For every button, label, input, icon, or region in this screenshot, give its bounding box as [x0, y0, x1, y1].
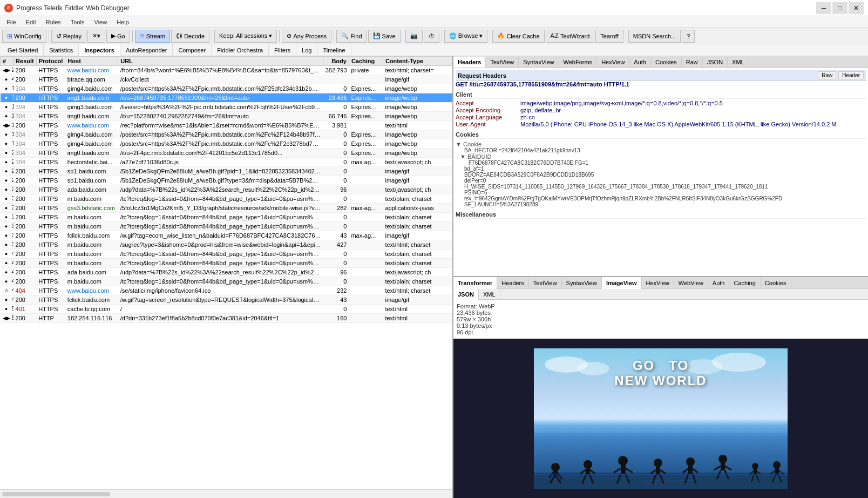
minimize-button[interactable]: ─ [816, 2, 831, 14]
table-row[interactable]: ● 33 200 HTTPS gss3.bdstatic.com /5foUcz… [1, 204, 452, 213]
session-scrollbar[interactable] [0, 489, 452, 498]
table-row[interactable]: ● 27 200 HTTPS ada.baidu.com /udp?data=%… [1, 185, 452, 194]
tab-statistics[interactable]: Statistics [44, 44, 79, 56]
winconfig-button[interactable]: ⊞ WinConfig [2, 30, 46, 43]
table-row[interactable]: ⚠ 45 404 HTTPS www.baidu.com /se/static/… [1, 286, 452, 295]
table-row[interactable]: ● 16 304 HTTPS img0.baidu.com /it/u=1522… [1, 112, 452, 121]
tab-fiddler-orchestra[interactable]: Fiddler Orchestra [212, 44, 269, 56]
col-header-caching[interactable]: Caching [349, 57, 383, 66]
maximize-button[interactable]: □ [832, 2, 847, 14]
table-row[interactable]: ◀▶ 17 200 HTTPS www.baidu.com /rec?platf… [1, 121, 452, 130]
table-row[interactable]: ● 15 304 HTTPS gimg3.baidu.com /live/src… [1, 103, 452, 112]
table-row[interactable]: ● 37 200 HTTPS fclick.baidu.com /w.gif?t… [1, 231, 452, 240]
tab-autoresponder[interactable]: AutoResponder [120, 44, 173, 56]
browse-button[interactable]: 🌐 Browse ▾ [444, 30, 488, 43]
trans-tab-syntaxview[interactable]: SyntaxView [562, 277, 602, 289]
trans-tab-imageview[interactable]: ImageView [602, 277, 642, 289]
msdn-search-button[interactable]: MSDN Search... [628, 30, 681, 43]
table-row[interactable]: ● 40 200 HTTPS m.baidu.com /tc?tcreq&log… [1, 250, 452, 259]
ins-top-tab-xml[interactable]: XML [728, 57, 749, 68]
text-wizard-button[interactable]: Aℤ TextWizard [546, 30, 595, 43]
table-row[interactable]: ● 46 200 HTTPS fclick.baidu.com /w.gif?t… [1, 295, 452, 305]
trans-tab-webview[interactable]: WebView [674, 277, 708, 289]
tab-get-started[interactable]: Get Started [2, 44, 44, 56]
stream-button[interactable]: ≋ Stream [135, 30, 170, 43]
table-row[interactable]: ● 13 304 HTTPS gimg4.baidu.com /poster/s… [1, 84, 452, 93]
ins-top-tab-raw[interactable]: Raw [682, 57, 703, 68]
timer-button[interactable]: ⏱ [424, 30, 439, 43]
ins-top-tab-json[interactable]: JSON [703, 57, 728, 68]
keep-sessions-button[interactable]: Keep: All sessions ▾ [214, 30, 277, 43]
help-button[interactable]: ? [682, 30, 695, 43]
col-header-ctype[interactable]: Content-Type [383, 57, 452, 66]
table-row[interactable]: ● 32 200 HTTPS m.baidu.com /tc?tcreq&log… [1, 194, 452, 204]
menu-edit[interactable]: Edit [22, 18, 40, 26]
table-row[interactable]: ● 18 304 HTTPS gimg4.baidu.com /poster/s… [1, 130, 452, 139]
screenshot-button[interactable]: 📷 [405, 30, 423, 43]
menu-view[interactable]: View [90, 18, 112, 26]
find-button[interactable]: 🔍 Find [336, 30, 367, 43]
ins-top-tab-webforms[interactable]: WebForms [559, 57, 598, 68]
clear-cache-button[interactable]: 🔥 Clear Cache [492, 30, 544, 43]
header-button[interactable]: Header [838, 71, 864, 79]
tab-inspectors[interactable]: Inspectors [79, 44, 120, 56]
table-row[interactable]: ◀▶ 2 200 HTTPS www.baidu.com /from=844b/… [1, 66, 452, 75]
col-header-result[interactable]: Result [13, 57, 37, 66]
raw-button[interactable]: Raw [818, 71, 836, 79]
trans-tab-textview[interactable]: TextView [529, 277, 562, 289]
ins-top-tab-headers[interactable]: Headers [453, 57, 486, 68]
table-row[interactable]: ● 44 200 HTTPS m.baidu.com /tc?tcreq&log… [1, 277, 452, 286]
tab-log[interactable]: Log [296, 44, 317, 56]
menu-tools[interactable]: Tools [66, 18, 89, 26]
tab-filters[interactable]: Filters [269, 44, 296, 56]
session-table[interactable]: # Result Protocol Host URL Body Caching … [0, 56, 452, 489]
ins-top-tab-textview[interactable]: TextView [486, 57, 519, 68]
baiduid-expand[interactable]: ▼ BAIDUID [460, 153, 866, 160]
table-row[interactable]: ● 43 200 HTTPS ada.baidu.com /udp?data=%… [1, 268, 452, 277]
col-header-num[interactable]: # [1, 57, 13, 66]
table-row[interactable]: ● 14 200 HTTPS img1.baidu.com /it/u=2687… [1, 93, 452, 103]
table-row[interactable]: ● 4 200 HTTPS btrace.qq.com /ckvCollect … [1, 75, 452, 84]
trans-tab-hexview[interactable]: HexView [642, 277, 674, 289]
table-row[interactable]: ● 35 200 HTTPS m.baidu.com /tc?tcreq&log… [1, 213, 452, 222]
tearoff-button[interactable]: Tearoff [595, 30, 623, 43]
col-header-url[interactable]: URL [118, 57, 323, 66]
table-row[interactable]: ● 26 200 HTTPS sp1.baidu.com /5b1ZeDeSkg… [1, 176, 452, 185]
col-header-protocol[interactable]: Protocol [36, 57, 65, 66]
ins-top-tab-cookies[interactable]: Cookies [651, 57, 682, 68]
x-dropdown-button[interactable]: ✕▾ [87, 30, 105, 43]
menu-rules[interactable]: Rules [42, 18, 65, 26]
table-row[interactable]: ● 41 200 HTTPS m.baidu.com /tc?tcreq&log… [1, 259, 452, 268]
table-row[interactable]: ● 19 304 HTTPS gimg4.baidu.com /poster/s… [1, 139, 452, 149]
ins-top-tab-auth[interactable]: Auth [629, 57, 651, 68]
ins-top-tab-syntaxview[interactable]: SyntaxView [519, 57, 559, 68]
tab-composer[interactable]: Composer [173, 44, 212, 56]
close-button[interactable]: ✕ [849, 2, 864, 14]
table-row[interactable]: ● 21 304 HTTPS hectorstatic.bai... /a27e… [1, 158, 452, 167]
go-button[interactable]: ▶ Go [106, 30, 130, 43]
trans-tab-headers[interactable]: Headers [497, 277, 529, 289]
replay-button[interactable]: ↺ Replay [51, 30, 86, 43]
col-header-body[interactable]: Body [323, 57, 349, 66]
menu-file[interactable]: File [2, 18, 21, 26]
table-row[interactable]: ● 39 200 HTTPS m.baidu.com /sugrec?type=… [1, 240, 452, 250]
tab-timeline[interactable]: Timeline [317, 44, 351, 56]
fmt-tab-xml[interactable]: XML [479, 289, 500, 300]
trans-tab-transformer[interactable]: Transformer [453, 277, 497, 289]
ins-top-tab-hexview[interactable]: HexView [597, 57, 629, 68]
any-process-button[interactable]: ⊕ Any Process [282, 30, 331, 43]
table-row[interactable]: ● 25 200 HTTPS sp1.baidu.com /5b1ZeDeSkg… [1, 167, 452, 176]
table-row[interactable]: ● 50 401 HTTPS cache.tv.qq.com / 0 text/… [1, 305, 452, 314]
trans-tab-caching[interactable]: Caching [729, 277, 760, 289]
table-row[interactable]: ● 36 200 HTTPS m.baidu.com /tc?tcreq&log… [1, 222, 452, 231]
decode-button[interactable]: ⟪⟫ Decode [171, 30, 209, 43]
fmt-tab-json[interactable]: JSON [453, 289, 479, 300]
cookie-expand[interactable]: ▼ Cookie [456, 141, 866, 147]
trans-tab-auth[interactable]: Auth [708, 277, 730, 289]
menu-help[interactable]: Help [112, 18, 133, 26]
trans-tab-cookies[interactable]: Cookies [761, 277, 791, 289]
col-header-host[interactable]: Host [65, 57, 118, 66]
save-button[interactable]: 💾 Save [368, 30, 401, 43]
table-row[interactable]: ◀▶ 51 200 HTTP 182.254.116.116 /d?dn=331… [1, 314, 452, 323]
table-row[interactable]: ● 20 304 HTTPS img0.baidu.com /it/u=2F4p… [1, 149, 452, 158]
